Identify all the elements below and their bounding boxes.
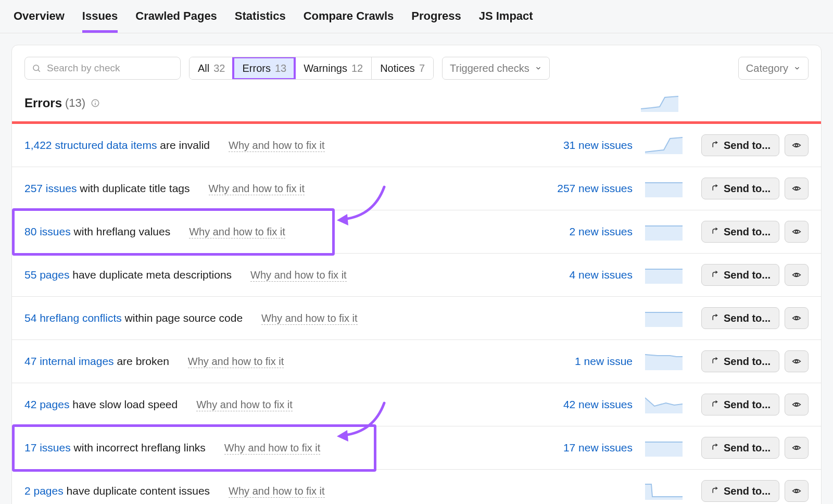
issue-text: with hreflang values <box>71 225 170 237</box>
row-actions: Send to... <box>701 394 809 415</box>
row-actions: Send to... <box>701 134 809 156</box>
svg-marker-8 <box>645 183 683 197</box>
info-icon[interactable] <box>91 98 100 108</box>
section-heading: Errors (13) <box>12 91 821 121</box>
share-arrow-icon <box>710 400 720 409</box>
search-wrap <box>24 57 181 80</box>
issue-link[interactable]: 17 issues <box>24 442 71 453</box>
send-to-label: Send to... <box>724 140 771 152</box>
view-button[interactable] <box>785 134 809 156</box>
new-issues-link[interactable]: 31 new issues <box>539 139 633 152</box>
share-arrow-icon <box>710 141 720 150</box>
tab-progress[interactable]: Progress <box>411 9 461 33</box>
chevron-down-icon <box>535 65 542 72</box>
send-to-button[interactable]: Send to... <box>701 437 779 459</box>
section-count: (13) <box>65 96 85 110</box>
send-to-button[interactable]: Send to... <box>701 264 779 286</box>
search-input[interactable] <box>24 57 181 80</box>
row-actions: Send to... <box>701 178 809 199</box>
svg-marker-18 <box>645 398 683 413</box>
row-sparkline <box>645 180 683 197</box>
view-button[interactable] <box>785 394 809 415</box>
svg-marker-10 <box>645 226 683 241</box>
why-how-fix-link[interactable]: Why and how to fix it <box>189 226 285 238</box>
row-sparkline <box>645 396 683 413</box>
category-dropdown[interactable]: Category <box>738 57 809 80</box>
send-to-button[interactable]: Send to... <box>701 134 779 156</box>
send-to-button[interactable]: Send to... <box>701 178 779 199</box>
filter-segmented: All 32 Errors 13 Warnings 12 Notices 7 <box>189 57 434 80</box>
svg-point-13 <box>796 274 798 276</box>
new-issues-link[interactable]: 17 new issues <box>539 442 633 454</box>
why-how-fix-link[interactable]: Why and how to fix it <box>261 312 358 325</box>
row-actions: Send to... <box>701 437 809 459</box>
triggered-checks-dropdown[interactable]: Triggered checks <box>442 57 550 80</box>
svg-marker-14 <box>645 312 683 327</box>
issue-link[interactable]: 1,422 structured data items <box>24 139 157 151</box>
row-sparkline <box>645 309 683 327</box>
issue-link[interactable]: 80 issues <box>24 225 71 237</box>
svg-point-19 <box>796 404 798 406</box>
tab-compare-crawls[interactable]: Compare Crawls <box>304 9 394 33</box>
svg-point-9 <box>796 187 798 190</box>
why-how-fix-link[interactable]: Why and how to fix it <box>250 269 347 282</box>
filter-all[interactable]: All 32 <box>190 57 233 79</box>
rows-container: 1,422 structured data items are invalid … <box>12 124 821 504</box>
view-button[interactable] <box>785 350 809 372</box>
row-sparkline <box>645 136 683 154</box>
issue-text: with duplicate title tags <box>77 182 190 194</box>
view-button[interactable] <box>785 221 809 243</box>
why-how-fix-link[interactable]: Why and how to fix it <box>224 442 321 455</box>
send-to-label: Send to... <box>724 399 771 411</box>
share-arrow-icon <box>710 270 720 280</box>
send-to-label: Send to... <box>724 269 771 281</box>
tab-overview[interactable]: Overview <box>14 9 65 33</box>
send-to-button[interactable]: Send to... <box>701 480 779 502</box>
view-button[interactable] <box>785 307 809 329</box>
view-button[interactable] <box>785 178 809 199</box>
why-how-fix-link[interactable]: Why and how to fix it <box>229 485 325 498</box>
eye-icon <box>792 486 801 496</box>
share-arrow-icon <box>710 443 720 452</box>
issue-description: 80 issues with hreflang values <box>24 225 170 238</box>
send-to-button[interactable]: Send to... <box>701 394 779 415</box>
why-how-fix-link[interactable]: Why and how to fix it <box>209 183 305 195</box>
why-how-fix-link[interactable]: Why and how to fix it <box>196 399 293 411</box>
tab-crawled-pages[interactable]: Crawled Pages <box>135 9 217 33</box>
issue-link[interactable]: 42 pages <box>24 398 69 410</box>
new-issues-link[interactable]: 2 new issues <box>539 225 633 238</box>
tab-js-impact[interactable]: JS Impact <box>479 9 533 33</box>
issue-row: 47 internal images are broken Why and ho… <box>12 340 821 383</box>
issue-link[interactable]: 55 pages <box>24 269 69 281</box>
send-to-button[interactable]: Send to... <box>701 221 779 243</box>
new-issues-link[interactable]: 4 new issues <box>539 269 633 281</box>
view-button[interactable] <box>785 264 809 286</box>
new-issues-link[interactable]: 1 new issue <box>539 355 633 368</box>
issue-description: 257 issues with duplicate title tags <box>24 182 190 195</box>
send-to-label: Send to... <box>724 183 771 195</box>
why-how-fix-link[interactable]: Why and how to fix it <box>229 140 325 152</box>
svg-marker-22 <box>645 484 683 500</box>
new-issues-link[interactable]: 257 new issues <box>539 182 633 195</box>
svg-point-23 <box>796 490 798 493</box>
new-issues-link[interactable]: 42 new issues <box>539 398 633 411</box>
issue-link[interactable]: 2 pages <box>24 485 64 497</box>
send-to-button[interactable]: Send to... <box>701 350 779 372</box>
why-how-fix-link[interactable]: Why and how to fix it <box>188 356 284 368</box>
filter-warnings[interactable]: Warnings 12 <box>295 57 371 79</box>
issue-link[interactable]: 47 internal images <box>24 355 114 367</box>
view-button[interactable] <box>785 480 809 502</box>
eye-icon <box>792 141 801 150</box>
filter-errors[interactable]: Errors 13 <box>233 57 295 79</box>
row-sparkline <box>645 352 683 370</box>
tab-issues[interactable]: Issues <box>82 9 118 33</box>
filter-notices[interactable]: Notices 7 <box>371 57 433 79</box>
filter-count: 7 <box>419 62 425 74</box>
filter-count: 32 <box>213 62 225 74</box>
send-to-button[interactable]: Send to... <box>701 307 779 329</box>
tab-statistics[interactable]: Statistics <box>235 9 286 33</box>
issue-link[interactable]: 257 issues <box>24 182 77 194</box>
issue-link[interactable]: 54 hreflang conflicts <box>24 312 122 324</box>
view-button[interactable] <box>785 437 809 459</box>
row-actions: Send to... <box>701 221 809 243</box>
